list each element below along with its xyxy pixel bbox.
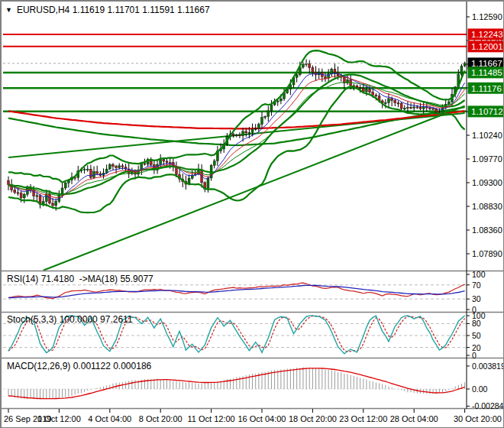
svg-text:11 Oct 12:00: 11 Oct 12:00	[188, 414, 235, 423]
svg-text:28 Oct 04:00: 28 Oct 04:00	[390, 414, 438, 423]
svg-text:50: 50	[472, 331, 481, 340]
symbol-dropdown-icon[interactable]: ▼	[5, 6, 12, 14]
svg-text:1.12590: 1.12590	[472, 12, 502, 21]
svg-text:1.10240: 1.10240	[472, 131, 502, 140]
price-badge-1.11485: 1.11485	[468, 66, 504, 78]
macd-indicator-label: MACD(12,26,9) 0.001122 0.000186	[7, 361, 151, 371]
svg-text:1.08830: 1.08830	[472, 202, 502, 211]
svg-text:18 Oct 20:00: 18 Oct 20:00	[289, 414, 337, 423]
chart-window: 1.125901.121201.116501.111801.107101.102…	[0, 0, 504, 428]
time-axis[interactable]: 26 Sep 20191 Oct 12:004 Oct 04:008 Oct 2…	[4, 409, 502, 423]
svg-text:1.11485: 1.11485	[471, 68, 502, 77]
svg-text:1.12001: 1.12001	[471, 42, 503, 51]
chart-title: ▼EURUSD,H4 1.11619 1.11701 1.11591 1.116…	[5, 5, 210, 15]
svg-text:16 Oct 04:00: 16 Oct 04:00	[238, 414, 286, 423]
svg-text:70: 70	[472, 280, 481, 290]
svg-text:1.10712: 1.10712	[471, 107, 503, 116]
rsi-indicator-label: RSI(14) 71.4180 ->MA(18) 55.9077	[7, 274, 153, 284]
svg-text:23 Oct 12:00: 23 Oct 12:00	[339, 414, 387, 423]
svg-text:1.12243: 1.12243	[471, 30, 503, 39]
svg-text:0.003819: 0.003819	[472, 362, 504, 371]
svg-text:80: 80	[472, 319, 481, 328]
svg-text:1.11176: 1.11176	[471, 84, 502, 93]
svg-text:30: 30	[472, 294, 481, 303]
svg-text:1.07890: 1.07890	[472, 249, 502, 258]
price-badge-1.12001: 1.12001	[468, 41, 504, 52]
svg-text:1 Oct 12:00: 1 Oct 12:00	[37, 414, 81, 423]
svg-text:0: 0	[472, 351, 477, 360]
svg-text:30 Oct 20:00: 30 Oct 20:00	[454, 414, 502, 423]
svg-text:1.09770: 1.09770	[472, 154, 502, 164]
svg-text:1.08360: 1.08360	[472, 225, 502, 235]
svg-text:-0.002847: -0.002847	[472, 401, 504, 410]
svg-text:0.00: 0.00	[472, 384, 488, 394]
rsi-panel[interactable]	[3, 283, 467, 299]
svg-text:100: 100	[472, 270, 486, 279]
candlesticks[interactable]	[8, 59, 467, 210]
price-axis[interactable]: 1.125901.121201.116501.111801.107101.102…	[467, 12, 504, 258]
macd-histogram	[8, 368, 465, 400]
svg-text:4 Oct 04:00: 4 Oct 04:00	[88, 414, 131, 423]
svg-text:1.09300: 1.09300	[472, 178, 502, 187]
stoch-indicator-label: Stoch(5,3,3) 100.0000 97.2611	[7, 314, 133, 325]
price-badge-1.12243: 1.12243	[468, 28, 504, 40]
ohlc-readout: 1.11619 1.11701 1.11591 1.11667	[73, 5, 210, 15]
price-badge-1.11176: 1.11176	[468, 83, 504, 94]
macd-panel[interactable]	[3, 368, 467, 400]
symbol-timeframe: EURUSD,H4	[17, 5, 69, 15]
svg-text:8 Oct 20:00: 8 Oct 20:00	[139, 414, 183, 423]
indicator-axes[interactable]: 1007030010080502000.0038190.00-0.002847	[467, 270, 504, 410]
price-badge-1.10712: 1.10712	[468, 105, 504, 117]
